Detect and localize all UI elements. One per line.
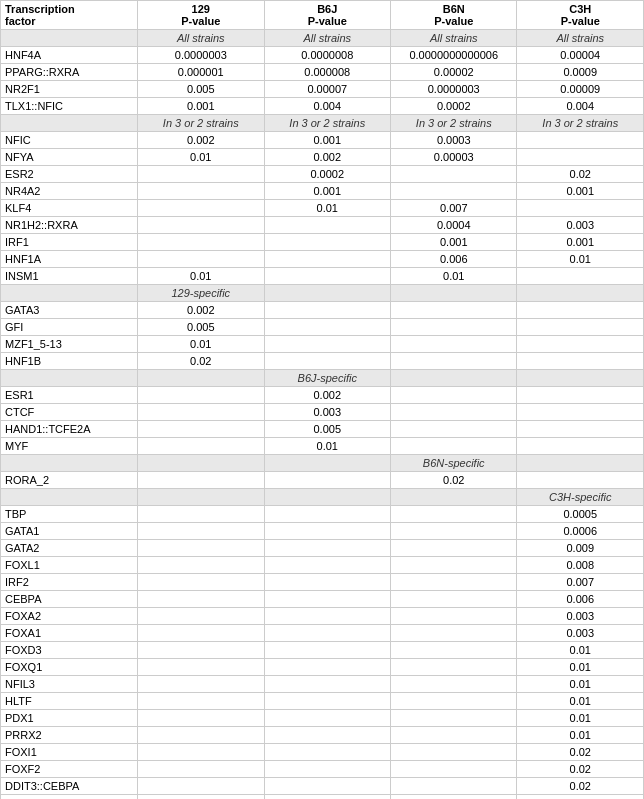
pvalue-cell	[391, 506, 517, 523]
table-row: HLTF0.01	[1, 693, 644, 710]
pvalue-cell	[264, 472, 390, 489]
pvalue-cell: 0.009	[517, 540, 644, 557]
pvalue-cell	[517, 421, 644, 438]
table-row: RORA_20.02	[1, 472, 644, 489]
pvalue-cell	[138, 506, 264, 523]
pvalue-cell	[517, 149, 644, 166]
pvalue-cell	[264, 540, 390, 557]
table-row: TAL1::GATA10.02	[1, 795, 644, 800]
pvalue-cell: 0.0000003	[138, 47, 264, 64]
table-row: FOXF20.02	[1, 761, 644, 778]
tf-name: CTCF	[1, 404, 138, 421]
tf-name: HAND1::TCFE2A	[1, 421, 138, 438]
section-header-tf	[1, 370, 138, 387]
pvalue-cell	[138, 472, 264, 489]
pvalue-cell: 0.0009	[517, 64, 644, 81]
pvalue-cell: 0.001	[517, 183, 644, 200]
pvalue-cell	[391, 676, 517, 693]
pvalue-cell	[264, 557, 390, 574]
section-header-cell: In 3 or 2 strains	[517, 115, 644, 132]
pvalue-cell	[138, 795, 264, 800]
section-header-tf	[1, 489, 138, 506]
pvalue-cell	[391, 574, 517, 591]
pvalue-cell: 0.01	[264, 200, 390, 217]
pvalue-cell: 0.002	[264, 149, 390, 166]
pvalue-cell: 0.02	[517, 795, 644, 800]
section-header-tf	[1, 285, 138, 302]
table-row: TLX1::NFIC0.0010.0040.00020.004	[1, 98, 644, 115]
pvalue-cell	[391, 795, 517, 800]
pvalue-cell	[391, 625, 517, 642]
table-row: PPARG::RXRA0.0000010.0000080.000020.0009	[1, 64, 644, 81]
tf-name: INSM1	[1, 268, 138, 285]
table-row: IRF10.0010.001	[1, 234, 644, 251]
pvalue-cell	[391, 608, 517, 625]
pvalue-cell	[138, 642, 264, 659]
col-header-129: 129P-value	[138, 1, 264, 30]
table-row: FOXA20.003	[1, 608, 644, 625]
tf-name: FOXQ1	[1, 659, 138, 676]
pvalue-cell	[517, 387, 644, 404]
pvalue-cell	[391, 744, 517, 761]
table-row: GATA20.009	[1, 540, 644, 557]
section-header-cell	[138, 455, 264, 472]
pvalue-cell: 0.001	[264, 183, 390, 200]
pvalue-cell: 0.006	[391, 251, 517, 268]
pvalue-cell: 0.001	[264, 132, 390, 149]
pvalue-cell	[264, 608, 390, 625]
section-header-tf	[1, 30, 138, 47]
pvalue-cell	[138, 523, 264, 540]
pvalue-cell	[138, 608, 264, 625]
pvalue-cell	[138, 744, 264, 761]
pvalue-cell	[138, 557, 264, 574]
table-row: CTCF0.003	[1, 404, 644, 421]
col-header-c3h: C3HP-value	[517, 1, 644, 30]
pvalue-cell: 0.01	[391, 268, 517, 285]
pvalue-cell	[264, 251, 390, 268]
table-row: NFYA0.010.0020.00003	[1, 149, 644, 166]
tf-name: DDIT3::CEBPA	[1, 778, 138, 795]
tf-name: TAL1::GATA1	[1, 795, 138, 800]
pvalue-cell	[138, 540, 264, 557]
pvalue-cell: 0.002	[138, 132, 264, 149]
pvalue-cell	[517, 132, 644, 149]
pvalue-cell	[391, 710, 517, 727]
pvalue-cell	[391, 302, 517, 319]
tf-name: FOXI1	[1, 744, 138, 761]
tf-name: HNF4A	[1, 47, 138, 64]
section-header-cell: All strains	[517, 30, 644, 47]
pvalue-cell: 0.01	[517, 727, 644, 744]
pvalue-cell	[264, 523, 390, 540]
col-header-b6j: B6JP-value	[264, 1, 390, 30]
pvalue-cell	[138, 438, 264, 455]
pvalue-cell	[391, 336, 517, 353]
pvalue-cell: 0.02	[517, 166, 644, 183]
pvalue-cell: 0.0000008	[264, 47, 390, 64]
pvalue-cell	[517, 268, 644, 285]
pvalue-cell: 0.01	[517, 251, 644, 268]
table-row: INSM10.010.01	[1, 268, 644, 285]
pvalue-cell: 0.005	[138, 81, 264, 98]
pvalue-cell	[138, 404, 264, 421]
pvalue-cell: 0.01	[138, 336, 264, 353]
pvalue-cell	[391, 727, 517, 744]
pvalue-cell	[138, 778, 264, 795]
pvalue-cell	[391, 778, 517, 795]
pvalue-cell	[138, 761, 264, 778]
pvalue-cell: 0.0005	[517, 506, 644, 523]
tf-name: MYF	[1, 438, 138, 455]
pvalue-cell	[138, 693, 264, 710]
pvalue-cell	[517, 319, 644, 336]
pvalue-cell: 0.006	[517, 591, 644, 608]
pvalue-cell	[517, 353, 644, 370]
tf-name: PDX1	[1, 710, 138, 727]
tf-name: GFI	[1, 319, 138, 336]
table-row: TBP0.0005	[1, 506, 644, 523]
tf-name: NFYA	[1, 149, 138, 166]
pvalue-cell: 0.0002	[391, 98, 517, 115]
pvalue-cell: 0.000001	[138, 64, 264, 81]
table-row: FOXI10.02	[1, 744, 644, 761]
pvalue-cell	[264, 319, 390, 336]
section-header-cell	[264, 285, 390, 302]
col-header-tf: Transcriptionfactor	[1, 1, 138, 30]
